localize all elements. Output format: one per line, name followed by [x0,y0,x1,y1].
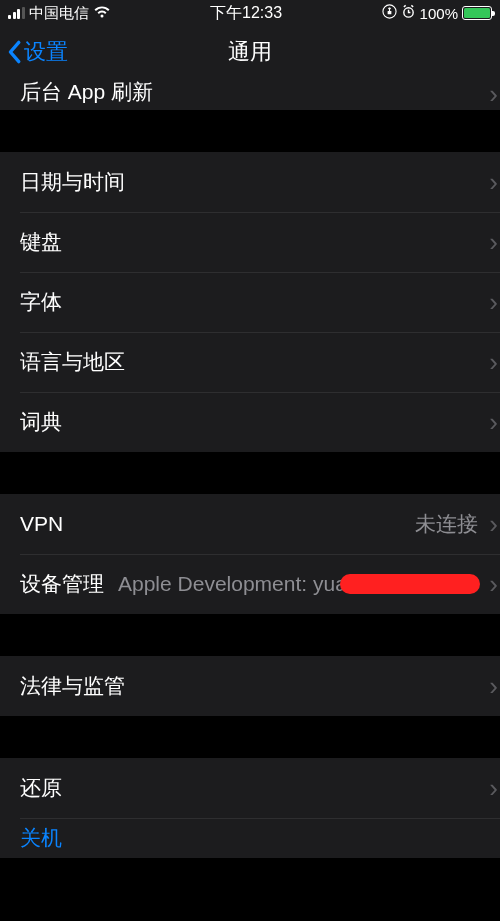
row-vpn[interactable]: VPN 未连接 › [0,494,500,554]
status-bar: 中国电信 下午12:33 100% [0,0,500,26]
chevron-right-icon: › [489,287,498,318]
chevron-right-icon: › [489,407,498,438]
row-label: 还原 [20,774,62,802]
row-language-region[interactable]: 语言与地区 › [0,332,500,392]
row-fonts[interactable]: 字体 › [0,272,500,332]
chevron-right-icon: › [489,167,498,198]
group-reset: 还原 › 关机 [0,758,500,858]
group-locale: 日期与时间 › 键盘 › 字体 › 语言与地区 › 词典 › [0,152,500,452]
signal-icon [8,7,25,19]
row-label: 语言与地区 [20,348,125,376]
row-label: 键盘 [20,228,62,256]
wifi-icon [93,5,111,21]
battery-percent: 100% [420,5,458,22]
page-title: 通用 [228,37,272,67]
chevron-right-icon: › [489,79,498,110]
section-gap [0,716,500,758]
row-background-app-refresh[interactable]: 后台 App 刷新 › [0,78,500,110]
row-label: 法律与监管 [20,672,125,700]
svg-rect-1 [387,11,391,14]
lock-rotation-icon [382,4,397,22]
redaction-mark [340,574,480,594]
row-legal[interactable]: 法律与监管 › [0,656,500,716]
nav-bar: 设置 通用 [0,26,500,78]
status-time: 下午12:33 [210,3,282,24]
section-gap [0,614,500,656]
group-legal: 法律与监管 › [0,656,500,716]
row-label: VPN [20,512,63,536]
row-label: 设备管理 [20,570,104,598]
row-value: 未连接 [415,510,478,538]
row-dictionary[interactable]: 词典 › [0,392,500,452]
chevron-right-icon: › [489,569,498,600]
status-left: 中国电信 [8,4,111,23]
status-right: 100% [382,4,492,22]
row-label: 词典 [20,408,62,436]
section-gap [0,110,500,152]
row-keyboard[interactable]: 键盘 › [0,212,500,272]
chevron-right-icon: › [489,773,498,804]
row-label: 字体 [20,288,62,316]
chevron-right-icon: › [489,347,498,378]
battery-icon [462,6,492,20]
row-device-management[interactable]: 设备管理 Apple Development: yuanzefu... › [0,554,500,614]
group-partial-top: 后台 App 刷新 › [0,78,500,110]
row-label: 关机 [20,824,62,852]
row-label: 后台 App 刷新 [20,78,153,106]
chevron-left-icon [6,40,22,64]
chevron-right-icon: › [489,509,498,540]
row-reset[interactable]: 还原 › [0,758,500,818]
section-gap [0,452,500,494]
row-date-time[interactable]: 日期与时间 › [0,152,500,212]
chevron-right-icon: › [489,671,498,702]
content: 后台 App 刷新 › 日期与时间 › 键盘 › 字体 › 语言与地区 › 词典… [0,78,500,858]
carrier-label: 中国电信 [29,4,89,23]
row-shutdown[interactable]: 关机 [0,818,500,858]
row-label: 日期与时间 [20,168,125,196]
back-button[interactable]: 设置 [6,37,68,67]
back-label: 设置 [24,37,68,67]
chevron-right-icon: › [489,227,498,258]
alarm-icon [401,4,416,22]
group-network: VPN 未连接 › 设备管理 Apple Development: yuanze… [0,494,500,614]
